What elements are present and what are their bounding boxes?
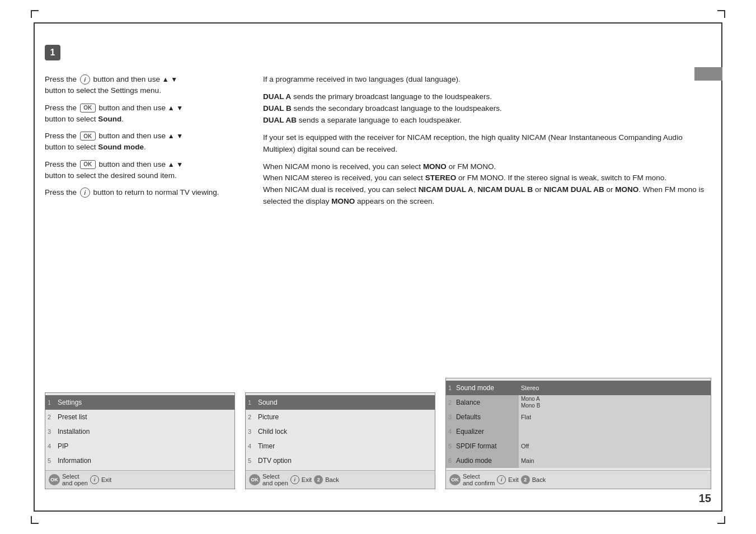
settings-row-3: 3 Installation bbox=[45, 424, 234, 439]
dual-ab-text: sends a separate language to each loudsp… bbox=[297, 116, 462, 124]
info-circle-2: i bbox=[290, 475, 299, 484]
instruction-column: Press the i button and then use ▲ ▼butto… bbox=[45, 74, 246, 213]
sound-row-num-2: 2 bbox=[248, 414, 257, 420]
ok-btn-inline-4: OK bbox=[80, 160, 96, 169]
screen-sound: 1 Sound 2 Picture 3 Child lock 4 Timer 5 bbox=[245, 392, 435, 489]
screen2-footer: OK Selectand open i Exit 2 Back bbox=[246, 470, 435, 489]
sound-row-4: 4 Timer bbox=[246, 439, 435, 453]
ok-circle-2: OK bbox=[249, 474, 260, 485]
dual-a-label: DUAL A bbox=[263, 92, 291, 101]
sound-row-5: 5 DTV option bbox=[246, 453, 435, 468]
tick-tr-v bbox=[724, 10, 725, 18]
sound-mode-bold: Sound mode bbox=[98, 143, 144, 151]
soundmode-right-2: Mono A Mono B bbox=[519, 395, 711, 410]
sound-row-num-5: 5 bbox=[248, 457, 257, 464]
screen-settings-rows: 1 Settings 2 Preset list 3 Installation … bbox=[45, 393, 234, 470]
soundmode-row-2: 2 Balance Mono A Mono B bbox=[446, 395, 711, 410]
arrow-down-1: ▼ bbox=[171, 76, 177, 83]
mono-b: Mono B bbox=[521, 402, 540, 409]
row-label-install: Installation bbox=[57, 428, 232, 435]
row-label-info: Information bbox=[57, 457, 232, 465]
soundmode-right-1: Stereo bbox=[519, 381, 711, 395]
sound-label-dtv: DTV option bbox=[257, 457, 433, 465]
right-text-block: If a programme received in two languages… bbox=[263, 74, 711, 208]
screen3-footer: OK Selectand confirm i Exit 2 Back bbox=[446, 470, 711, 489]
settings-row-4: 4 PIP bbox=[45, 439, 234, 453]
settings-row-1: 1 Settings bbox=[45, 395, 234, 410]
footer-select-3: Selectand confirm bbox=[463, 473, 495, 486]
info-circle-1: i bbox=[90, 475, 99, 484]
row-label-preset: Preset list bbox=[57, 413, 232, 421]
step3-text: Press the OK button and then use ▲ ▼butt… bbox=[45, 130, 246, 153]
tick-bl-v bbox=[31, 516, 32, 524]
soundmode-label-6: Audio mode bbox=[456, 457, 492, 465]
tick-br-v bbox=[724, 516, 725, 524]
stereo-bold: STEREO bbox=[425, 174, 457, 182]
arrow-down-3: ▼ bbox=[176, 132, 183, 140]
border-top bbox=[34, 22, 722, 24]
soundmode-left-2: 2 Balance bbox=[446, 395, 519, 410]
arrow-up-2: ▲ bbox=[168, 104, 175, 112]
nicam-or2: or bbox=[604, 185, 616, 194]
soundmode-label-3: Defaults bbox=[456, 413, 481, 421]
dual-a-text: sends the primary broadcast language to … bbox=[291, 92, 492, 101]
soundmode-right-3: Flat bbox=[519, 410, 711, 424]
dual-b-label: DUAL B bbox=[263, 104, 292, 113]
nicam-intro-text: If your set is equipped with the receive… bbox=[263, 132, 711, 156]
soundmode-right-4 bbox=[519, 424, 711, 439]
soundmode-row-4: 4 Equalizer bbox=[446, 424, 711, 439]
nicam-dual-b: NICAM DUAL B bbox=[477, 185, 533, 194]
nicam-stereo-prefix: When NICAM stereo is received, you can s… bbox=[263, 174, 425, 182]
arrow-up-4: ▲ bbox=[168, 161, 175, 168]
num-circle-3: 2 bbox=[521, 475, 530, 484]
border-left bbox=[34, 22, 35, 512]
footer-exit-1: Exit bbox=[101, 476, 111, 483]
row-num-3: 3 bbox=[48, 428, 57, 435]
footer-exit-2: Exit bbox=[302, 476, 312, 483]
sound-label-childlock: Child lock bbox=[257, 428, 433, 435]
nicam-or: or bbox=[533, 185, 544, 194]
soundmode-label-5: SPDIF format bbox=[456, 442, 497, 450]
ok-circle-1: OK bbox=[49, 474, 60, 485]
nicam-mono-prefix: When NICAM mono is received, you can sel… bbox=[263, 162, 423, 171]
nicam-end2: appears on the screen. bbox=[355, 197, 434, 205]
row-label-pip: PIP bbox=[57, 442, 232, 450]
sound-row-1: 1 Sound bbox=[246, 395, 435, 410]
soundmode-row-3: 3 Defaults Flat bbox=[446, 410, 711, 424]
footer-select-2: Selectand open bbox=[262, 473, 288, 486]
screen-soundmode: 1 Sound mode Stereo 2 Balance Mono A Mon… bbox=[445, 378, 711, 489]
screen-sound-rows: 1 Sound 2 Picture 3 Child lock 4 Timer 5 bbox=[246, 393, 435, 470]
arrow-down-4: ▼ bbox=[176, 161, 183, 168]
instruction-1: Press the i button and then use ▲ ▼butto… bbox=[45, 74, 246, 198]
settings-row-2: 2 Preset list bbox=[45, 410, 234, 424]
soundmode-num-2: 2 bbox=[448, 399, 456, 406]
sound-row-num-4: 4 bbox=[248, 443, 257, 449]
footer-exit-3: Exit bbox=[508, 476, 518, 483]
mono-bold: MONO bbox=[423, 162, 447, 171]
screen1-footer: OK Selectand open i Exit bbox=[45, 470, 234, 489]
soundmode-label-4: Equalizer bbox=[456, 428, 484, 435]
row-num-2: 2 bbox=[48, 414, 57, 420]
row-num-4: 4 bbox=[48, 443, 57, 449]
info-icon-1: i bbox=[80, 74, 90, 85]
soundmode-row-6: 6 Audio mode Main bbox=[446, 453, 711, 468]
sound-label-picture: Picture bbox=[257, 413, 433, 421]
step-badge: 1 bbox=[45, 45, 60, 60]
footer-back-3: Back bbox=[532, 476, 546, 483]
arrow-up-3: ▲ bbox=[168, 132, 175, 140]
row-num-5: 5 bbox=[48, 457, 57, 464]
sound-label-sound: Sound bbox=[257, 399, 433, 406]
dual-b-text: sends the secondary broadcast language t… bbox=[292, 104, 502, 113]
sound-bold: Sound bbox=[98, 115, 121, 123]
footer-back-2: Back bbox=[325, 476, 339, 483]
sound-row-2: 2 Picture bbox=[246, 410, 435, 424]
mono-suffix: or FM MONO. bbox=[447, 162, 496, 171]
two-column-layout: Press the i button and then use ▲ ▼butto… bbox=[45, 74, 711, 213]
border-right bbox=[721, 22, 722, 512]
content-area: 1 Press the i button and then use ▲ ▼but… bbox=[45, 34, 711, 500]
info-column: If a programme received in two languages… bbox=[263, 74, 711, 213]
sound-row-num-3: 3 bbox=[248, 428, 257, 435]
intro-text: If a programme received in two languages… bbox=[263, 74, 711, 86]
tick-tl-v bbox=[31, 10, 32, 18]
screen-soundmode-rows: 1 Sound mode Stereo 2 Balance Mono A Mon… bbox=[446, 378, 711, 470]
